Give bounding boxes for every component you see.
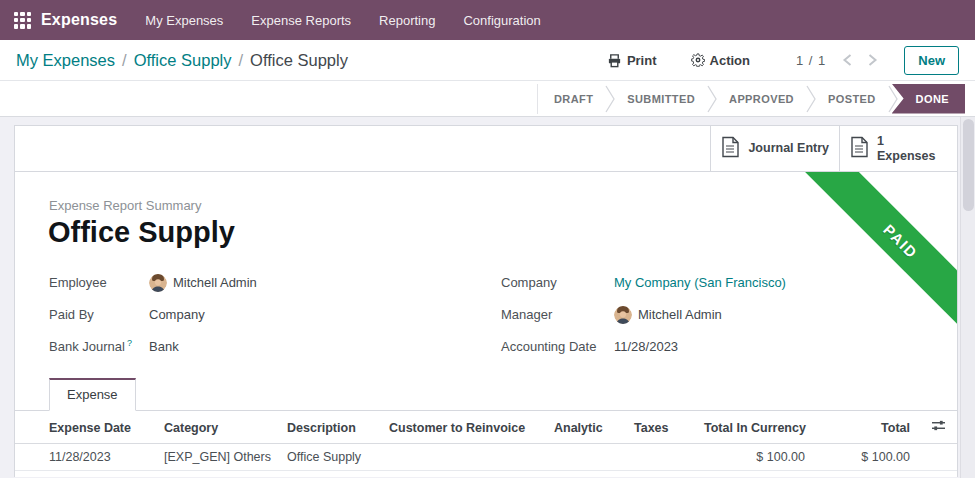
sheet-body: PAID Expense Report Summary Office Suppl… — [15, 172, 957, 477]
form-view-content: Journal Entry 1 Expenses PAID — [0, 117, 975, 478]
header-description[interactable]: Description — [279, 411, 381, 444]
cell-customer[interactable] — [381, 444, 546, 471]
status-step-separator — [707, 85, 717, 113]
journal-entry-label: Journal Entry — [748, 141, 829, 155]
cell-expense-date[interactable]: 11/28/2023 — [15, 444, 156, 471]
pager-previous-icon[interactable] — [842, 53, 853, 67]
cell-taxes[interactable] — [626, 444, 696, 471]
control-panel: My Expenses / Office Supply / Office Sup… — [0, 40, 975, 81]
bank-journal-label: Bank Journal? — [49, 338, 149, 354]
field-groups: Employee Mitchell Admin Paid By Company — [49, 273, 957, 356]
employee-avatar — [149, 274, 167, 292]
expenses-label: Expenses — [877, 149, 935, 163]
paid-by-value[interactable]: Company — [149, 307, 205, 322]
expenses-document-icon — [850, 136, 869, 162]
nav-item-my-expenses[interactable]: My Expenses — [145, 13, 223, 28]
scrollbar-thumb[interactable] — [963, 119, 974, 211]
summary-label: Expense Report Summary — [49, 198, 957, 213]
status-step-posted[interactable]: POSTED — [816, 84, 888, 114]
journal-entry-button[interactable]: Journal Entry — [710, 126, 839, 171]
status-step-separator — [806, 85, 816, 113]
status-step-done-active[interactable]: DONE — [892, 84, 965, 114]
form-sheet-card: Journal Entry 1 Expenses PAID — [14, 125, 958, 477]
manager-value[interactable]: Mitchell Admin — [614, 306, 722, 324]
status-step-separator — [605, 85, 615, 113]
manager-avatar — [614, 306, 632, 324]
header-customer-to-reinvoice[interactable]: Customer to Reinvoice — [381, 411, 546, 444]
bank-journal-value[interactable]: Bank — [149, 339, 179, 354]
help-icon[interactable]: ? — [127, 338, 132, 348]
status-step-draft[interactable]: DRAFT — [542, 84, 605, 114]
app-name[interactable]: Expenses — [41, 11, 117, 29]
employee-value[interactable]: Mitchell Admin — [149, 274, 257, 292]
accounting-date-label: Accounting Date — [501, 339, 614, 354]
cell-description[interactable]: Office Supply — [279, 444, 381, 471]
status-step-submitted[interactable]: SUBMITTED — [615, 84, 707, 114]
vertical-scrollbar[interactable] — [960, 117, 975, 478]
nav-item-reporting[interactable]: Reporting — [379, 13, 435, 28]
breadcrumb: My Expenses / Office Supply / Office Sup… — [16, 51, 348, 70]
cell-total[interactable]: $ 100.00 — [813, 444, 918, 471]
field-accounting-date: Accounting Date 11/28/2023 — [501, 337, 786, 356]
header-expense-date[interactable]: Expense Date — [15, 411, 156, 444]
breadcrumb-current: Office Supply — [250, 51, 348, 70]
breadcrumb-office-supply[interactable]: Office Supply — [134, 51, 232, 70]
field-manager: Manager Mitchell Admin — [501, 305, 786, 324]
paid-by-label: Paid By — [49, 307, 149, 322]
expenses-stat-button[interactable]: 1 Expenses — [839, 126, 957, 171]
expense-line-row[interactable]: 11/28/2023 [EXP_GEN] Others Office Suppl… — [15, 444, 957, 471]
print-label: Print — [627, 53, 657, 68]
statusbar-row: DRAFT SUBMITTED APPROVED POSTED DONE — [0, 81, 975, 117]
expenses-app-screen: Expenses My Expenses Expense Reports Rep… — [0, 0, 975, 478]
bank-journal-label-text: Bank Journal — [49, 340, 125, 355]
apps-menu-icon[interactable] — [14, 12, 31, 29]
field-company: Company My Company (San Francisco) — [501, 273, 786, 292]
optional-columns-icon[interactable] — [931, 419, 946, 432]
company-label: Company — [501, 275, 614, 290]
pager-next-icon[interactable] — [867, 53, 878, 67]
status-step-approved[interactable]: APPROVED — [717, 84, 806, 114]
header-total[interactable]: Total — [813, 411, 918, 444]
expenses-stat-text: 1 Expenses — [877, 134, 935, 163]
table-header-row: Expense Date Category Description Custom… — [15, 411, 957, 444]
print-button[interactable]: Print — [607, 53, 657, 68]
header-total-in-currency[interactable]: Total In Currency — [696, 411, 813, 444]
breadcrumb-separator: / — [122, 51, 127, 70]
manager-label: Manager — [501, 307, 614, 322]
new-button[interactable]: New — [904, 46, 959, 75]
accounting-date-value[interactable]: 11/28/2023 — [614, 339, 678, 354]
action-label: Action — [710, 53, 750, 68]
gear-icon — [691, 53, 705, 67]
breadcrumb-my-expenses[interactable]: My Expenses — [16, 51, 115, 70]
statusbar: DRAFT SUBMITTED APPROVED POSTED DONE — [537, 84, 965, 114]
company-value[interactable]: My Company (San Francisco) — [614, 275, 786, 290]
notebook-tabs: Expense — [15, 378, 957, 411]
field-employee: Employee Mitchell Admin — [49, 273, 469, 292]
tab-expense[interactable]: Expense — [49, 378, 136, 411]
expense-lines-table: Expense Date Category Description Custom… — [15, 411, 957, 471]
cell-category[interactable]: [EXP_GEN] Others — [156, 444, 279, 471]
pager-navigation — [842, 53, 878, 67]
expenses-count: 1 — [877, 134, 935, 148]
header-taxes[interactable]: Taxes — [626, 411, 696, 444]
button-box: Journal Entry 1 Expenses — [15, 126, 957, 172]
field-group-right: Company My Company (San Francisco) Manag… — [501, 273, 786, 356]
main-navbar: Expenses My Expenses Expense Reports Rep… — [0, 0, 975, 40]
header-category[interactable]: Category — [156, 411, 279, 444]
manager-name: Mitchell Admin — [638, 307, 722, 322]
field-group-left: Employee Mitchell Admin Paid By Company — [49, 273, 469, 356]
header-analytic[interactable]: Analytic — [546, 411, 626, 444]
action-button[interactable]: Action — [691, 53, 750, 68]
employee-name: Mitchell Admin — [173, 275, 257, 290]
nav-item-configuration[interactable]: Configuration — [463, 13, 540, 28]
nav-item-expense-reports[interactable]: Expense Reports — [251, 13, 351, 28]
pager-counter: 1 / 1 — [796, 53, 826, 68]
journal-document-icon — [721, 136, 740, 162]
printer-icon — [607, 53, 622, 68]
field-paid-by: Paid By Company — [49, 305, 469, 324]
field-bank-journal: Bank Journal? Bank — [49, 337, 469, 356]
cell-total-in-currency[interactable]: $ 100.00 — [696, 444, 813, 471]
control-panel-actions: Print Action 1 / 1 Ne — [573, 46, 959, 75]
cell-analytic[interactable] — [546, 444, 626, 471]
report-title[interactable]: Office Supply — [48, 216, 957, 249]
